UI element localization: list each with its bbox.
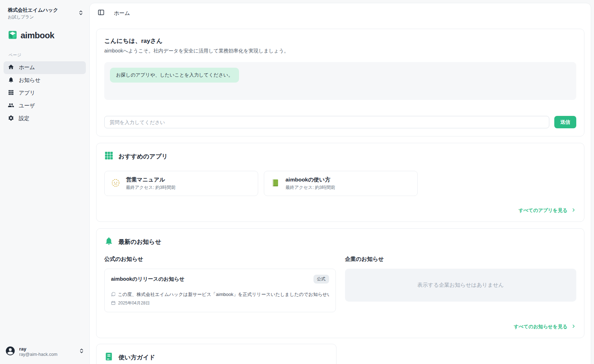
workspace-switcher[interactable]: 株式会社エイムハック お試しプラン: [0, 0, 89, 20]
recommended-apps-card: おすすめのアプリ 営業マニュアル 最終アクセス: 約3時間前 aimbookの使…: [96, 143, 584, 222]
chevrons-up-down-icon: [79, 348, 84, 355]
assistant-message-bubble: お探しのアプリや、したいことを入力してください。: [110, 68, 239, 83]
topbar: ホーム: [90, 3, 591, 23]
section-title: 最新のお知らせ: [118, 238, 161, 246]
company-name: 株式会社エイムハック: [8, 7, 58, 13]
breadcrumb: ホーム: [114, 10, 130, 17]
official-news-heading: 公式のお知らせ: [104, 256, 336, 263]
question-input[interactable]: [104, 116, 549, 128]
section-title: 使い方ガイド: [118, 353, 155, 362]
sidebar-item-notifications[interactable]: お知らせ: [4, 74, 86, 87]
user-menu[interactable]: ray ray@aim-hack.com: [5, 346, 84, 358]
grid-icon: [104, 151, 113, 162]
main-panel: ホーム こんにちは、rayさん aimbookへようこそ。社内データを安全に活用…: [89, 3, 591, 364]
calendar-icon: [111, 301, 116, 306]
welcome-subtitle: aimbookへようこそ。社内データを安全に活用して業務効率化を実現しましょう。: [104, 48, 576, 54]
chevron-right-icon: [571, 207, 576, 214]
company-news-column: 企業のお知らせ 表示する企業お知らせはありません: [345, 256, 577, 312]
company-news-empty-state: 表示する企業お知らせはありません: [345, 269, 577, 302]
app-last-access: 最終アクセス: 約3時間前: [285, 185, 335, 191]
sidebar-item-label: お知らせ: [19, 77, 40, 84]
grid-icon: [8, 89, 14, 97]
company-news-heading: 企業のお知らせ: [345, 256, 577, 263]
app-card-sales-manual[interactable]: 営業マニュアル 最終アクセス: 約3時間前: [104, 171, 258, 196]
book-icon: [104, 352, 113, 363]
sidebar-toggle-button[interactable]: [98, 9, 105, 17]
latest-news-card: 最新のお知らせ 公式のお知らせ aimbookのリリースのお知らせ 公式 この度…: [96, 228, 584, 338]
user-email: ray@aim-hack.com: [19, 352, 57, 357]
app-name: aimbookの使い方: [285, 176, 335, 184]
chevron-right-icon: [571, 324, 576, 330]
app-last-access: 最終アクセス: 約3時間前: [126, 185, 176, 191]
sidebar-item-label: 設定: [19, 115, 29, 122]
user-name: ray: [19, 346, 57, 352]
nav-section-label: ページ: [0, 41, 89, 61]
users-icon: [8, 102, 14, 110]
app-name: 営業マニュアル: [126, 176, 176, 184]
message-circle-icon: [111, 292, 115, 298]
bell-icon: [8, 77, 14, 84]
sidebar-nav: ホーム お知らせ アプリ ユーザ 設定: [0, 61, 89, 125]
view-all-news-link[interactable]: すべてのお知らせを見る: [514, 324, 576, 330]
sidebar-item-label: ユーザ: [19, 102, 35, 109]
section-title: おすすめのアプリ: [118, 152, 168, 161]
greeting: こんにちは、rayさん: [104, 37, 576, 45]
logo-text: aimbook: [21, 30, 54, 40]
announcement-date: 2025年04月28日: [118, 300, 150, 306]
official-badge: 公式: [313, 275, 329, 284]
welcome-card: こんにちは、rayさん aimbookへようこそ。社内データを安全に活用して業務…: [96, 29, 584, 136]
green-book-icon: [271, 178, 280, 189]
home-icon: [8, 64, 14, 71]
sidebar-item-apps[interactable]: アプリ: [4, 87, 86, 100]
aimbook-logo-icon: [8, 30, 17, 41]
chevrons-up-down-icon: [78, 10, 84, 17]
official-news-column: 公式のお知らせ aimbookのリリースのお知らせ 公式 この度、株式会社エイム…: [104, 256, 336, 312]
announcement-body: この度、株式会社エイムハックは新サービス「aimbook」を正式リリースいたしま…: [118, 291, 329, 298]
sidebar-item-home[interactable]: ホーム: [4, 61, 86, 74]
send-button[interactable]: 送信: [554, 116, 576, 128]
sidebar-item-users[interactable]: ユーザ: [4, 100, 86, 112]
avatar: [5, 346, 16, 358]
usage-guide-card: 使い方ガイド: [96, 344, 337, 364]
dotted-face-icon: [111, 178, 120, 189]
sidebar: 株式会社エイムハック お試しプラン aimbook ページ ホーム: [0, 0, 89, 364]
sidebar-item-label: アプリ: [19, 90, 35, 96]
sidebar-item-label: ホーム: [19, 64, 35, 71]
assistant-chat-area: お探しのアプリや、したいことを入力してください。: [104, 62, 576, 100]
app-logo: aimbook: [0, 20, 89, 41]
plan-label: お試しプラン: [8, 14, 58, 20]
app-card-aimbook-guide[interactable]: aimbookの使い方 最終アクセス: 約3時間前: [264, 171, 418, 196]
gear-icon: [8, 115, 14, 122]
announcement-title: aimbookのリリースのお知らせ: [111, 276, 184, 282]
bell-icon: [104, 236, 113, 247]
empty-state-text: 表示する企業お知らせはありません: [417, 282, 504, 289]
view-all-apps-link[interactable]: すべてのアプリを見る: [518, 207, 576, 214]
announcement-card[interactable]: aimbookのリリースのお知らせ 公式 この度、株式会社エイムハックは新サービ…: [104, 269, 336, 312]
sidebar-item-settings[interactable]: 設定: [4, 112, 86, 125]
